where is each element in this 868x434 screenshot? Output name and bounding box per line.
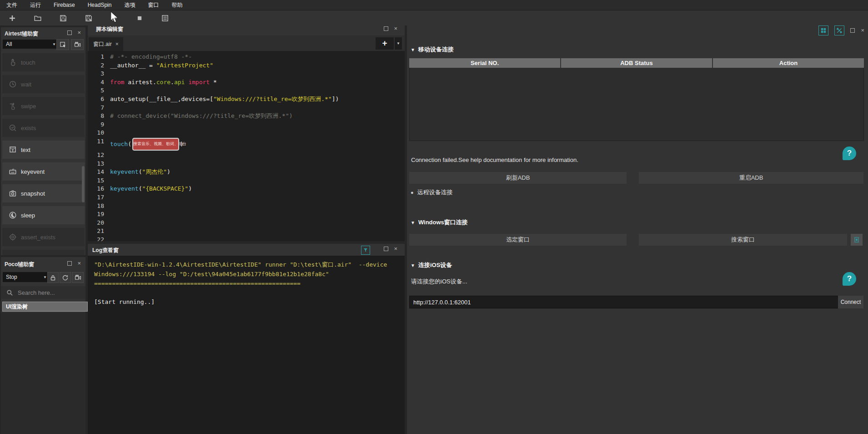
column-header-action[interactable]: Action: [713, 58, 864, 68]
line-number: 18: [88, 202, 110, 211]
ios-connect-button[interactable]: Connect: [838, 296, 863, 308]
editor-panel-title: 脚本编辑窗: [96, 25, 123, 33]
video-camera-icon: [75, 274, 81, 281]
triangle-down-icon: ▼: [411, 47, 415, 52]
layout-grid-button[interactable]: [818, 25, 828, 35]
menubar-item-5[interactable]: 选项: [118, 0, 141, 10]
code-line: 20: [88, 219, 405, 227]
lock-button[interactable]: [47, 272, 59, 283]
log-filter-button[interactable]: [361, 246, 370, 255]
close-icon[interactable]: ×: [394, 247, 397, 251]
airtest-action-exists[interactable]: exists: [2, 119, 85, 137]
embed-window-button[interactable]: [851, 234, 863, 246]
tab-script-file[interactable]: 窗口.air ×: [89, 37, 123, 51]
poco-mode-dropdown[interactable]: Stop ▼: [3, 272, 50, 282]
section-ios-connect[interactable]: ▼ 连接iOS设备: [411, 261, 452, 269]
record-button[interactable]: [72, 272, 84, 283]
ui-tree-header[interactable]: UI渲染树: [2, 302, 88, 312]
restart-adb-button[interactable]: 重启ADB: [639, 172, 863, 184]
code-line: 13: [88, 160, 405, 168]
toolbar-open-file-button[interactable]: [31, 12, 45, 24]
log-output[interactable]: "D:\AirtestIDE-win-1.2.4\AirtestIDE\Airt…: [88, 256, 405, 434]
close-icon[interactable]: ×: [394, 26, 397, 31]
column-header-serial-no-[interactable]: Serial NO.: [409, 58, 560, 68]
code-token: import: [185, 79, 210, 86]
refresh-tree-button[interactable]: [60, 272, 71, 283]
line-number: 8: [88, 112, 110, 121]
airtest-action-swipe[interactable]: swipe: [2, 97, 85, 115]
restore-icon[interactable]: [384, 247, 388, 251]
section-windows-connect[interactable]: ▼ Windows窗口连接: [411, 218, 468, 227]
section-mobile-devices[interactable]: ▼ 移动设备连接: [411, 45, 454, 54]
section-remote-device[interactable]: ● 远程设备连接: [411, 188, 453, 197]
tab-menu-arrow[interactable]: ▼: [394, 37, 402, 50]
airtest-action-snapshot[interactable]: snapshot: [2, 184, 85, 202]
report-icon: [161, 14, 169, 22]
line-content: keyevent("周杰伦"): [110, 168, 405, 177]
airtest-action-text[interactable]: text: [2, 141, 85, 159]
poco-search-box[interactable]: [1, 286, 85, 299]
code-line: 4from airtest.core.api import *: [88, 78, 405, 87]
code-token: ): [167, 168, 171, 175]
ios-address-input[interactable]: [409, 296, 839, 308]
airtest-action-touch[interactable]: touch: [2, 53, 85, 71]
code-editor[interactable]: 1# -*- encoding=utf8 -*-2__author__ = "A…: [88, 51, 405, 241]
close-icon[interactable]: ×: [77, 30, 81, 35]
section-ios-title: 连接iOS设备: [418, 261, 452, 269]
close-icon[interactable]: ×: [77, 261, 81, 266]
airtest-action-sleep[interactable]: sleep: [2, 206, 85, 224]
tab-close-icon[interactable]: ×: [115, 42, 119, 46]
video-camera-icon: [74, 41, 81, 48]
filter-dropdown[interactable]: All ▼: [3, 40, 59, 49]
help-button[interactable]: ?: [843, 272, 856, 286]
restore-icon[interactable]: [850, 28, 855, 33]
menubar-item-4[interactable]: HeadSpin: [81, 0, 118, 10]
connection-status-message: Connection failed.See help documentation…: [411, 156, 578, 163]
record-screen-button[interactable]: [71, 39, 84, 50]
snip-screen-button[interactable]: [56, 39, 69, 50]
menubar-item-7[interactable]: 帮助: [165, 0, 189, 10]
touch-icon: [9, 58, 17, 66]
refresh-adb-button[interactable]: 刷新ADB: [409, 172, 627, 184]
airtest-action-assert_exists[interactable]: assert_exists: [2, 228, 85, 246]
code-line: 6auto_setup(__file__,devices=["Windows:/…: [88, 95, 405, 104]
toolbar-save-button[interactable]: [56, 12, 70, 24]
restore-icon[interactable]: [67, 261, 72, 266]
airtest-action-keyevent[interactable]: keyevent: [2, 162, 85, 181]
new-tab-button[interactable]: +: [376, 37, 394, 50]
select-window-button[interactable]: 选定窗口: [409, 234, 627, 246]
template-image-thumbnail[interactable]: 搜索音乐、视频、歌词、电台: [132, 138, 179, 151]
airtest-action-partial[interactable]: [2, 250, 85, 255]
toolbar-new-file-button[interactable]: [5, 12, 19, 24]
line-content: [110, 202, 405, 211]
code-line: 16keyevent("{BACKSPACE}"): [88, 185, 405, 193]
search-window-button[interactable]: 搜索窗口: [639, 234, 847, 246]
line-content: from airtest.core.api import *: [110, 78, 405, 87]
action-label: keyevent: [21, 168, 45, 175]
code-token: .: [171, 79, 174, 86]
restore-icon[interactable]: [384, 26, 388, 31]
scrollbar-thumb[interactable]: [82, 166, 85, 202]
line-content: [110, 151, 405, 160]
line-content: [110, 121, 405, 129]
poco-search-input[interactable]: [17, 289, 73, 297]
funnel-icon: [363, 247, 368, 253]
menubar-item-6[interactable]: 窗口: [141, 0, 165, 10]
restore-icon[interactable]: [67, 30, 72, 35]
menubar-item-1[interactable]: 文件: [0, 0, 24, 10]
tab-label: 窗口.air: [93, 40, 112, 48]
code-token: (: [128, 140, 131, 147]
line-number: 20: [88, 219, 110, 227]
line-number: 14: [88, 168, 110, 177]
code-line: 5: [88, 86, 405, 95]
airtest-action-wait[interactable]: wait: [2, 75, 85, 93]
menubar-item-3[interactable]: Firebase: [47, 0, 81, 10]
menubar-item-2[interactable]: 运行: [24, 0, 47, 10]
line-content: [110, 219, 405, 227]
tools-button[interactable]: [834, 25, 844, 35]
help-button[interactable]: ?: [843, 146, 856, 160]
close-icon[interactable]: ×: [861, 28, 864, 33]
line-number: 2: [88, 61, 110, 70]
remote-device-label: 远程设备连接: [417, 188, 453, 197]
column-header-adb-status[interactable]: ADB Status: [561, 58, 712, 68]
